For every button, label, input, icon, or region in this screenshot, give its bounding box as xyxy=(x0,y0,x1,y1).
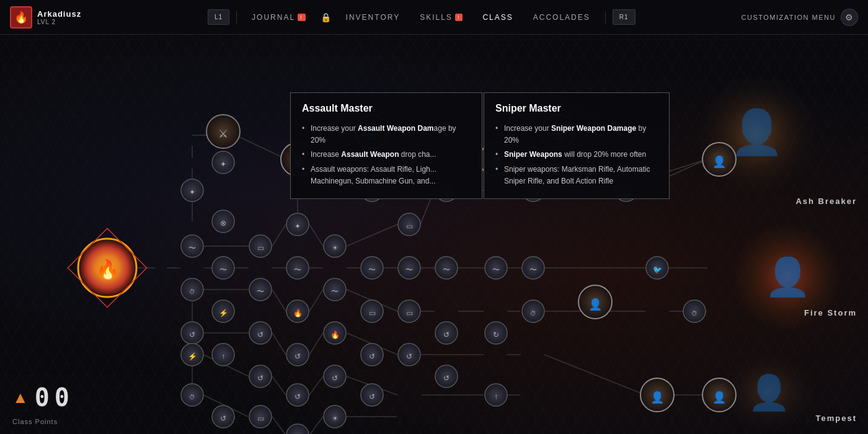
svg-line-21 xyxy=(236,135,285,159)
svg-line-61 xyxy=(309,376,323,395)
svg-text:⚔: ⚔ xyxy=(218,128,228,140)
sniper-master-body: Increase your Sniper Weapon Damage by 20… xyxy=(495,122,658,188)
svg-text:↺: ↺ xyxy=(443,330,450,339)
svg-text:〜: 〜 xyxy=(257,287,264,296)
nav-right: CUSTOMIZATION MENU ⚙ xyxy=(732,9,868,26)
svg-text:▭: ▭ xyxy=(257,244,264,252)
gear-icon[interactable]: ⚙ xyxy=(841,9,858,26)
assault-master-bullet-1: Increase your Assault Weapon Damage by 2… xyxy=(302,122,471,148)
svg-line-56 xyxy=(544,355,645,395)
svg-line-32 xyxy=(309,224,323,246)
svg-text:↺: ↺ xyxy=(369,352,375,361)
nav-inventory[interactable]: INVENTORY xyxy=(336,13,410,22)
sniper-bullet-2: Sniper Weapons will drop 20% more often xyxy=(495,148,658,162)
svg-text:↺: ↺ xyxy=(189,330,195,339)
svg-text:↺: ↺ xyxy=(220,414,226,423)
nav-class[interactable]: CLASS xyxy=(472,13,523,22)
class-points-bar: ▲ 00 Class Points xyxy=(12,383,74,424)
customization-menu-label[interactable]: CUSTOMIZATION MENU xyxy=(742,14,836,21)
assault-master-title: Assault Master xyxy=(302,103,471,114)
svg-text:▭: ▭ xyxy=(369,309,376,317)
svg-line-31 xyxy=(272,224,286,246)
player-info: 🔥 Arkadiusz LVL 2 xyxy=(0,6,112,29)
nav-divider-2 xyxy=(605,11,606,24)
svg-line-42 xyxy=(309,290,323,311)
svg-text:⊗: ⊗ xyxy=(220,219,226,228)
svg-text:↺: ↺ xyxy=(257,330,264,339)
svg-text:↺: ↺ xyxy=(257,374,264,383)
branch-label-ash-breaker: Ash Breaker xyxy=(795,197,857,206)
l1-button[interactable]: L1 xyxy=(208,9,229,25)
svg-line-52 xyxy=(309,333,323,355)
svg-text:👤: 👤 xyxy=(712,155,727,169)
nav-accolades[interactable]: ACCOLADES xyxy=(523,13,600,22)
svg-text:↑: ↑ xyxy=(494,392,498,401)
svg-text:☀: ☀ xyxy=(332,414,339,423)
player-name-block: Arkadiusz LVL 2 xyxy=(37,9,81,25)
svg-text:↻: ↻ xyxy=(493,330,499,339)
r1-button[interactable]: R1 xyxy=(613,9,636,25)
svg-text:👤: 👤 xyxy=(712,391,727,404)
class-points-label: Class Points xyxy=(12,418,58,425)
nav-divider-1 xyxy=(236,11,237,24)
class-points-triangle-icon: ▲ xyxy=(12,388,29,407)
branch-label-fire-storm: Fire Storm xyxy=(804,308,857,317)
player-name: Arkadiusz xyxy=(37,9,81,19)
sniper-master-tooltip: Sniper Master Increase your Sniper Weapo… xyxy=(484,92,670,199)
main-content: 👤 👤 xyxy=(0,35,868,434)
svg-text:〜: 〜 xyxy=(368,265,376,274)
assault-master-body: Increase your Assault Weapon Damage by 2… xyxy=(302,122,471,188)
svg-text:✦: ✦ xyxy=(189,188,195,197)
svg-text:▭: ▭ xyxy=(257,414,264,423)
svg-text:🔥: 🔥 xyxy=(330,330,340,339)
svg-text:〜: 〜 xyxy=(219,265,227,274)
svg-text:↺: ↺ xyxy=(294,352,301,361)
assault-master-bullet-2: Increase Assault Weapon drop cha... xyxy=(302,148,471,162)
svg-line-67 xyxy=(272,417,286,434)
skills-badge: ! xyxy=(455,14,463,21)
svg-line-60 xyxy=(272,376,286,395)
player-level: LVL 2 xyxy=(37,19,81,25)
nav-skills[interactable]: SKILLS! xyxy=(410,13,472,22)
nav-center: L1 JOURNAL! 🔒 INVENTORY SKILLS! CLASS AC… xyxy=(112,9,732,25)
svg-text:⏱: ⏱ xyxy=(530,310,536,317)
sniper-bullet-1: Increase your Sniper Weapon Damage by 20… xyxy=(495,122,658,148)
svg-text:↺: ↺ xyxy=(443,374,450,383)
svg-text:☀: ☀ xyxy=(332,244,339,252)
svg-text:〜: 〜 xyxy=(188,244,196,252)
sniper-bullet-3: Sniper weapons: Marksman Rifle, Automati… xyxy=(495,162,658,188)
class-points-value: 00 xyxy=(35,383,74,412)
svg-text:⚡: ⚡ xyxy=(219,308,228,317)
svg-text:〜: 〜 xyxy=(405,265,413,274)
assault-master-tooltip: Assault Master Increase your Assault Wea… xyxy=(290,92,482,199)
skill-tree-area: 👤 👤 xyxy=(0,35,868,434)
svg-text:↺: ↺ xyxy=(332,374,338,383)
svg-line-41 xyxy=(272,290,286,311)
svg-text:〜: 〜 xyxy=(443,265,450,274)
svg-text:⏱: ⏱ xyxy=(691,310,698,317)
svg-text:〜: 〜 xyxy=(529,265,537,274)
nav-lock-icon: 🔒 xyxy=(321,12,331,22)
svg-text:⏱: ⏱ xyxy=(189,394,195,401)
sniper-master-title: Sniper Master xyxy=(495,103,658,114)
svg-text:🔥: 🔥 xyxy=(96,259,120,281)
player-avatar: 🔥 xyxy=(10,6,32,29)
svg-line-33 xyxy=(347,224,397,246)
journal-badge: ! xyxy=(298,14,306,21)
svg-text:↺: ↺ xyxy=(294,392,301,401)
svg-text:✦: ✦ xyxy=(220,160,226,169)
svg-text:👤: 👤 xyxy=(588,298,603,311)
svg-text:↺: ↺ xyxy=(369,392,375,401)
svg-text:▭: ▭ xyxy=(406,222,413,231)
svg-text:⏱: ⏱ xyxy=(189,288,195,295)
svg-text:🐦: 🐦 xyxy=(653,265,662,274)
svg-text:⚡: ⚡ xyxy=(188,352,197,361)
nav-journal[interactable]: JOURNAL! xyxy=(242,13,316,22)
svg-text:〜: 〜 xyxy=(492,265,500,274)
svg-line-68 xyxy=(309,417,323,434)
svg-text:✦: ✦ xyxy=(294,222,301,231)
svg-text:〜: 〜 xyxy=(294,265,301,274)
svg-text:👤: 👤 xyxy=(650,391,665,404)
top-navigation-bar: 🔥 Arkadiusz LVL 2 L1 JOURNAL! 🔒 INVENTOR… xyxy=(0,0,868,35)
svg-text:▭: ▭ xyxy=(406,309,413,317)
